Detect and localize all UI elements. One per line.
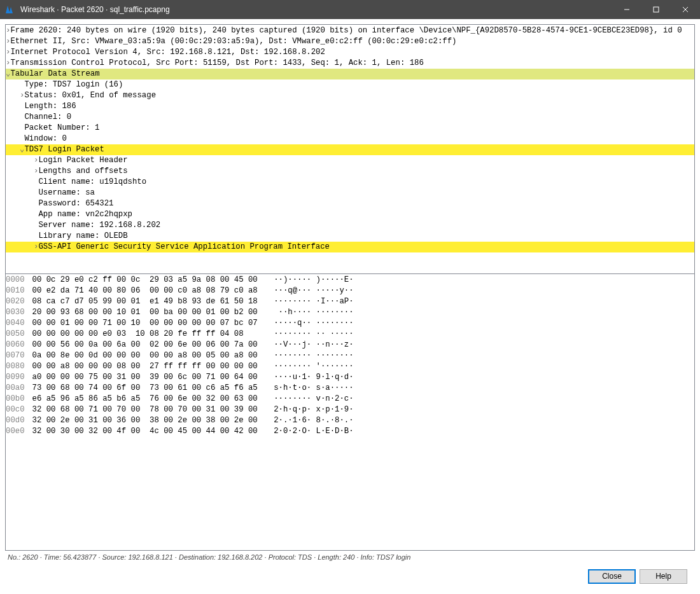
tree-row[interactable]: ⌄TDS7 Login Packet <box>6 144 694 155</box>
tree-row[interactable]: ›Frame 2620: 240 bytes on wire (1920 bit… <box>6 25 694 36</box>
hex-offset: 00b0 <box>6 394 25 404</box>
no-arrow-icon: · <box>20 123 24 132</box>
hex-offset: 0010 <box>6 286 25 296</box>
packet-details-tree[interactable]: ›Frame 2620: 240 bytes on wire (1920 bit… <box>5 24 695 274</box>
tree-row[interactable]: ›GSS-API Generic Security Service Applic… <box>6 242 694 252</box>
hex-row[interactable]: 00a073 00 68 00 74 00 6f 00 73 00 61 00 … <box>6 383 694 394</box>
tree-row-text: Window: 0 <box>24 134 66 144</box>
no-arrow-icon: · <box>20 113 24 121</box>
wireshark-icon <box>5 4 15 15</box>
expand-right-icon[interactable]: › <box>34 242 38 251</box>
tree-row[interactable]: ›Transmission Control Protocol, Src Port… <box>6 58 694 69</box>
tree-row[interactable]: ·Password: 654321 <box>6 198 694 209</box>
tree-row[interactable]: ›Internet Protocol Version 4, Src: 192.1… <box>6 47 694 58</box>
tree-row[interactable]: ·Length: 186 <box>6 101 694 112</box>
tree-row[interactable]: ·Username: sa <box>6 188 694 198</box>
tree-row[interactable]: ·Type: TDS7 login (16) <box>6 79 694 90</box>
hex-row[interactable]: 00700a 00 8e 00 0d 00 00 00 00 00 a8 00 … <box>6 350 694 361</box>
tree-row-text: App name: vn2c2hqpxp <box>38 209 132 220</box>
tree-row[interactable]: ›Lengths and offsets <box>6 166 694 177</box>
hex-ascii: s·h·t·o· s·a····· <box>274 383 353 394</box>
hex-row[interactable]: 00c032 00 68 00 71 00 70 00 78 00 70 00 … <box>6 404 694 415</box>
hex-bytes: 20 00 93 68 00 00 10 01 00 ba 00 00 01 0… <box>32 307 263 318</box>
tree-row[interactable]: ›Ethernet II, Src: VMware_03:a5:9a (00:0… <box>6 36 694 47</box>
expand-right-icon[interactable]: › <box>6 37 10 46</box>
hex-row[interactable]: 0090a0 00 00 00 75 00 31 00 39 00 6c 00 … <box>6 372 694 383</box>
hex-ascii: ··V···j· ··n···z· <box>274 340 353 350</box>
tree-row-text: Lengths and offsets <box>38 166 127 177</box>
tree-row-text: Username: sa <box>38 188 95 198</box>
hex-bytes: 00 00 00 00 00 e0 03 10 08 20 fe ff ff 0… <box>32 329 263 340</box>
tree-row-text: Login Packet Header <box>38 155 127 166</box>
expand-down-icon[interactable]: ⌄ <box>20 145 24 154</box>
hex-offset: 0030 <box>6 307 25 318</box>
expand-right-icon[interactable]: › <box>34 167 38 176</box>
no-arrow-icon: · <box>34 188 38 197</box>
expand-down-icon[interactable]: ⌄ <box>6 69 10 78</box>
expand-right-icon[interactable]: › <box>20 91 24 100</box>
hex-row[interactable]: 000000 0c 29 e0 c2 ff 00 0c 29 03 a5 9a … <box>6 275 694 286</box>
no-arrow-icon: · <box>20 134 24 143</box>
tree-row-text: Channel: 0 <box>24 112 71 123</box>
hex-offset: 00a0 <box>6 383 25 394</box>
hex-bytes: 08 ca c7 d7 05 99 00 01 e1 49 b8 93 de 6… <box>32 296 263 307</box>
no-arrow-icon: · <box>20 102 24 111</box>
hex-bytes: 00 0c 29 e0 c2 ff 00 0c 29 03 a5 9a 08 0… <box>32 275 263 286</box>
tree-row-text: TDS7 Login Packet <box>24 144 104 155</box>
tree-row[interactable]: ·Window: 0 <box>6 134 694 144</box>
expand-right-icon[interactable]: › <box>6 48 10 57</box>
tree-row[interactable]: ›Status: 0x01, End of message <box>6 90 694 101</box>
hex-row[interactable]: 002008 ca c7 d7 05 99 00 01 e1 49 b8 93 … <box>6 296 694 307</box>
tree-row[interactable]: ·App name: vn2c2hqpxp <box>6 209 694 220</box>
hex-ascii: 2·0·2·O· L·E·D·B· <box>274 426 353 437</box>
dialog-footer: Close Help <box>5 563 695 589</box>
help-button[interactable]: Help <box>640 569 687 584</box>
hex-row[interactable]: 00b0e6 a5 96 a5 86 a5 b6 a5 76 00 6e 00 … <box>6 394 694 404</box>
no-arrow-icon: · <box>34 221 38 230</box>
tree-row-text: Ethernet II, Src: VMware_03:a5:9a (00:0c… <box>10 36 456 47</box>
tree-row[interactable]: ·Client name: u19lqdshto <box>6 177 694 188</box>
tree-row-text: Type: TDS7 login (16) <box>24 79 123 90</box>
hex-ascii: ········ ·· ····· <box>274 329 353 340</box>
hex-bytes: 73 00 68 00 74 00 6f 00 73 00 61 00 c6 a… <box>32 383 263 394</box>
window-title: Wireshark · Packet 2620 · sql_traffic.pc… <box>20 5 612 14</box>
tree-row[interactable]: ·Channel: 0 <box>6 112 694 123</box>
tree-row-text: Password: 654321 <box>38 198 113 209</box>
maximize-button[interactable] <box>641 0 671 19</box>
close-window-button[interactable] <box>671 0 700 19</box>
packet-bytes-hex[interactable]: 000000 0c 29 e0 c2 ff 00 0c 29 03 a5 9a … <box>5 273 695 551</box>
no-arrow-icon: · <box>34 231 38 240</box>
hex-row[interactable]: 00e032 00 30 00 32 00 4f 00 4c 00 45 00 … <box>6 426 694 437</box>
hex-ascii: ····u·1· 9·l·q·d· <box>274 372 353 383</box>
status-bar: No.: 2620 · Time: 56.423877 · Source: 19… <box>5 551 695 563</box>
close-button[interactable]: Close <box>588 569 636 584</box>
hex-bytes: 32 00 30 00 32 00 4f 00 4c 00 45 00 44 0… <box>32 426 263 437</box>
hex-bytes: e6 a5 96 a5 86 a5 b6 a5 76 00 6e 00 32 0… <box>32 394 263 404</box>
minimize-button[interactable] <box>612 0 641 19</box>
expand-right-icon[interactable]: › <box>6 26 10 35</box>
hex-offset: 00c0 <box>6 404 25 415</box>
hex-row[interactable]: 008000 00 a8 00 00 00 08 00 27 ff ff ff … <box>6 361 694 372</box>
titlebar: Wireshark · Packet 2620 · sql_traffic.pc… <box>0 0 700 19</box>
hex-row[interactable]: 003020 00 93 68 00 00 10 01 00 ba 00 00 … <box>6 307 694 318</box>
hex-row[interactable]: 001000 e2 da 71 40 00 80 06 00 00 c0 a8 … <box>6 286 694 296</box>
tree-row[interactable]: ·Packet Number: 1 <box>6 123 694 134</box>
tree-row-text: Status: 0x01, End of message <box>24 90 156 101</box>
tree-row[interactable]: ›Login Packet Header <box>6 155 694 166</box>
hex-offset: 0040 <box>6 318 25 329</box>
expand-right-icon[interactable]: › <box>6 59 10 67</box>
tree-row[interactable]: ⌄Tabular Data Stream <box>6 69 694 79</box>
tree-row[interactable]: ·Library name: OLEDB <box>6 231 694 242</box>
hex-offset: 00d0 <box>6 415 25 426</box>
tree-row[interactable]: ·Server name: 192.168.8.202 <box>6 220 694 231</box>
hex-row[interactable]: 006000 00 56 00 0a 00 6a 00 02 00 6e 00 … <box>6 340 694 350</box>
hex-offset: 0060 <box>6 340 25 350</box>
hex-row[interactable]: 005000 00 00 00 00 e0 03 10 08 20 fe ff … <box>6 329 694 340</box>
hex-row[interactable]: 00d032 00 2e 00 31 00 36 00 38 00 2e 00 … <box>6 415 694 426</box>
hex-row[interactable]: 004000 00 01 00 00 71 00 10 00 00 00 00 … <box>6 318 694 329</box>
expand-right-icon[interactable]: › <box>34 156 38 165</box>
svg-rect-1 <box>654 7 659 12</box>
hex-ascii: ··h···· ········ <box>274 307 353 318</box>
window-controls <box>612 0 700 19</box>
tree-row-text: Server name: 192.168.8.202 <box>38 220 160 231</box>
